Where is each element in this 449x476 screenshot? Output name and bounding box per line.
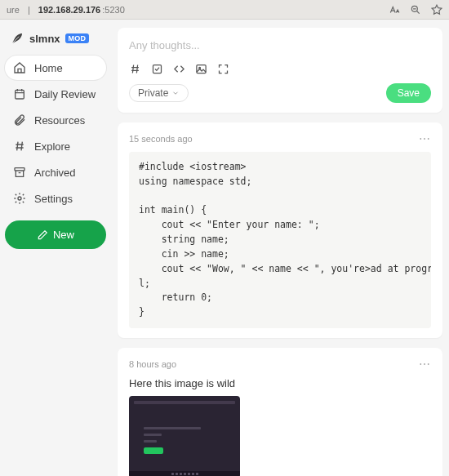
memo-timestamp: 8 hours ago: [129, 359, 176, 369]
svg-rect-4: [153, 65, 162, 73]
code-icon[interactable]: [173, 63, 185, 75]
new-button[interactable]: New: [5, 220, 106, 249]
visibility-selector[interactable]: Private: [129, 84, 189, 102]
sidebar-item-resources[interactable]: Resources: [5, 108, 106, 132]
new-button-label: New: [53, 229, 74, 241]
username: slmnx: [29, 33, 60, 45]
memo-menu-icon[interactable]: ⋯: [419, 358, 431, 371]
hash-icon[interactable]: [129, 63, 141, 75]
checkbox-icon[interactable]: [151, 63, 163, 75]
edit-icon: [37, 229, 48, 241]
text-size-icon[interactable]: [389, 4, 400, 16]
sidebar-label: Daily Review: [34, 88, 96, 100]
browser-address-bar: ure | 192.168.29.176:5230: [0, 0, 449, 20]
sidebar-label: Home: [34, 62, 63, 74]
sidebar-item-explore[interactable]: Explore: [5, 134, 106, 158]
calendar-icon: [13, 87, 26, 100]
hash-icon: [13, 140, 26, 153]
home-icon: [13, 61, 26, 74]
memo-code-block: #include <iostream> using namespace std;…: [129, 152, 431, 328]
url-prefix: ure: [7, 5, 20, 15]
url[interactable]: 192.168.29.176:5230: [38, 5, 125, 15]
user-row[interactable]: slmnx MOD: [5, 28, 106, 54]
svg-point-3: [18, 197, 21, 200]
composer-card: Any thoughts... Private Save: [118, 28, 442, 113]
archive-icon: [13, 166, 26, 179]
paperclip-icon: [13, 113, 26, 127]
sidebar: slmnx MOD Home Daily Review Resources Ex…: [0, 20, 111, 476]
sidebar-item-home[interactable]: Home: [5, 56, 106, 80]
zoom-out-icon[interactable]: [410, 4, 421, 16]
sidebar-label: Archived: [34, 167, 76, 179]
chevron-down-icon: [171, 89, 180, 97]
mod-badge: MOD: [65, 33, 90, 43]
expand-icon[interactable]: [217, 63, 229, 75]
memo-image-thumbnail[interactable]: [129, 396, 240, 476]
memo-menu-icon[interactable]: ⋯: [419, 132, 431, 145]
favorite-icon[interactable]: [431, 4, 442, 16]
sidebar-item-settings[interactable]: Settings: [5, 186, 106, 211]
svg-rect-2: [15, 168, 24, 171]
memo-card: 15 seconds ago ⋯ #include <iostream> usi…: [118, 122, 442, 338]
image-icon[interactable]: [195, 63, 207, 75]
svg-rect-1: [16, 90, 24, 99]
logo-icon: [10, 31, 24, 46]
sidebar-label: Resources: [34, 114, 85, 127]
memo-text: Here this image is wild: [129, 377, 431, 389]
sidebar-label: Settings: [34, 193, 73, 205]
composer-toolbar: [129, 63, 431, 83]
memo-timestamp: 15 seconds ago: [129, 134, 193, 144]
main-content: Any thoughts... Private Save 15 seconds …: [111, 20, 449, 476]
sidebar-item-daily[interactable]: Daily Review: [5, 82, 106, 106]
svg-rect-5: [197, 65, 206, 73]
save-button[interactable]: Save: [386, 83, 431, 103]
memo-card: 8 hours ago ⋯ Here this image is wild: [118, 348, 442, 476]
composer-input[interactable]: Any thoughts...: [129, 38, 431, 63]
visibility-label: Private: [138, 87, 168, 99]
sidebar-label: Explore: [34, 140, 70, 153]
gear-icon: [13, 192, 26, 205]
sidebar-item-archived[interactable]: Archived: [5, 160, 106, 185]
